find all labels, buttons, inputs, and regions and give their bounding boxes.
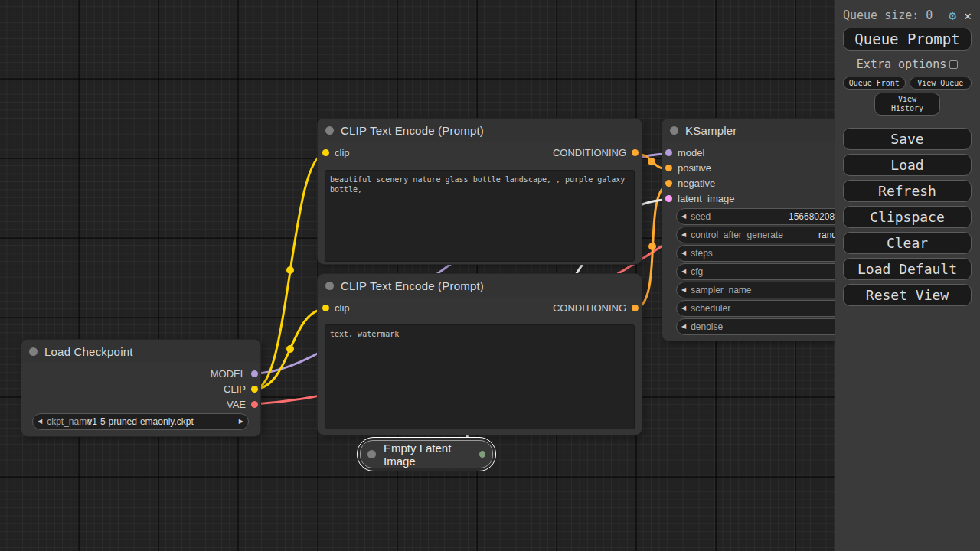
refresh-button[interactable]: Refresh [843,180,972,202]
input-port-clip[interactable] [322,149,329,156]
widget-name: steps [691,248,713,259]
input-label: negative [678,178,715,189]
node-empty-latent-image[interactable]: Empty Latent Image [357,437,496,471]
output-port-conditioning[interactable] [632,149,639,156]
output-port-model[interactable] [251,370,258,377]
decrement-arrow-icon[interactable]: ◀ [677,305,691,311]
app-window: Load Checkpoint MODEL CLIP VAE ◀ ckpt_na… [0,0,980,551]
load-button[interactable]: Load [843,154,972,176]
clipspace-button[interactable]: Clipspace [843,206,972,228]
widget-name: scheduler [691,303,730,314]
decrement-arrow-icon[interactable]: ◀ [677,287,691,293]
input-port-latent-image[interactable] [665,195,672,202]
output-label: MODEL [211,368,246,380]
collapse-icon[interactable] [29,347,38,356]
output-port-clip[interactable] [251,386,258,393]
output-port-latent[interactable] [479,451,485,458]
input-label: clip [335,147,350,158]
widget-value: v1-5-pruned-emaonly.ckpt [33,416,248,427]
input-label: positive [678,162,711,174]
close-icon[interactable]: ✕ [964,8,972,23]
comfy-menu-panel: Queue size: 0 ⚙ ✕ Queue Prompt Extra opt… [835,0,980,551]
prompt-textarea[interactable]: text, watermark [325,324,635,429]
extra-options-checkbox[interactable] [949,60,958,69]
node-title: KSampler [685,124,737,137]
settings-gear-icon[interactable]: ⚙ [949,9,956,22]
input-port-negative[interactable] [665,180,672,187]
widget-name: control_after_generate [691,230,783,240]
widget-name: denoise [691,321,723,332]
node-title: Load Checkpoint [44,345,133,358]
widget-name: sampler_name [691,285,751,295]
output-label: CONDITIONING [553,302,626,314]
output-label: CLIP [224,383,246,395]
collapse-icon[interactable] [368,450,376,458]
decrement-arrow-icon[interactable]: ◀ [677,324,691,330]
extra-options-label: Extra options [857,57,946,71]
output-label: CONDITIONING [553,147,626,158]
input-port-positive[interactable] [665,165,672,171]
clear-button[interactable]: Clear [843,232,972,254]
decrement-arrow-icon[interactable]: ◀ [677,214,691,220]
input-port-model[interactable] [665,149,672,156]
node-clip-text-encode-negative[interactable]: CLIP Text Encode (Prompt) clip CONDITION… [318,274,642,435]
input-label: model [678,147,704,158]
node-clip-text-encode-positive[interactable]: CLIP Text Encode (Prompt) clip CONDITION… [318,119,642,264]
output-port-vae[interactable] [251,401,258,408]
input-port-clip[interactable] [322,305,329,311]
view-history-button[interactable]: View History [874,93,940,116]
collapse-icon[interactable] [670,126,678,135]
queue-prompt-button[interactable]: Queue Prompt [843,28,972,51]
reset-view-button[interactable]: Reset View [843,284,972,306]
collapse-icon[interactable] [325,282,334,290]
collapse-icon[interactable] [325,126,334,135]
node-title: CLIP Text Encode (Prompt) [341,124,484,137]
save-button[interactable]: Save [843,128,972,150]
widget-name: cfg [691,266,703,277]
input-label: latent_image [678,193,734,204]
node-title-bar[interactable]: Load Checkpoint [21,340,260,363]
ckpt-name-widget[interactable]: ◀ ckpt_name v1-5-pruned-emaonly.ckpt ▶ [32,413,249,430]
prompt-textarea[interactable]: beautiful scenery nature glass bottle la… [325,170,635,262]
decrement-arrow-icon[interactable]: ◀ [677,269,691,275]
load-default-button[interactable]: Load Default [843,258,972,280]
queue-size-label: Queue size: 0 [843,8,949,22]
node-title-bar[interactable]: CLIP Text Encode (Prompt) [318,119,642,142]
decrement-arrow-icon[interactable]: ◀ [677,232,691,238]
node-title: CLIP Text Encode (Prompt) [341,279,484,292]
queue-front-button[interactable]: Queue Front [843,77,906,90]
node-load-checkpoint[interactable]: Load Checkpoint MODEL CLIP VAE ◀ ckpt_na… [21,340,260,436]
node-title-bar[interactable]: CLIP Text Encode (Prompt) [318,274,642,297]
input-label: clip [335,302,350,314]
view-queue-button[interactable]: View Queue [910,77,972,90]
output-label: VAE [227,399,246,410]
output-port-conditioning[interactable] [632,305,639,311]
decrement-arrow-icon[interactable]: ◀ [677,250,691,256]
node-title: Empty Latent Image [384,442,479,468]
widget-name: seed [691,211,710,222]
